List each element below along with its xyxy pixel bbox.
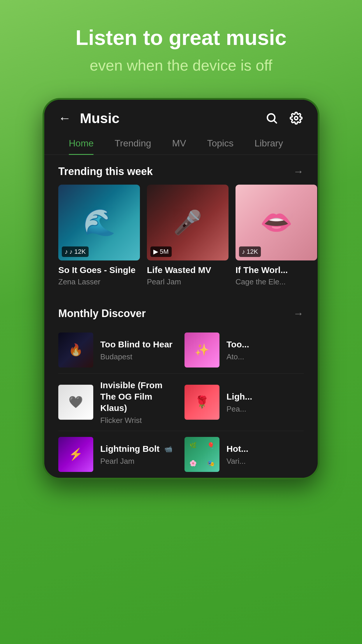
monthly-song-title-1r: Too... (226, 339, 304, 350)
svg-line-1 (274, 121, 277, 123)
monthly-title: Monthly Discover (58, 307, 146, 320)
card-title-1: So It Goes - Single (58, 265, 140, 275)
back-button[interactable]: ← (58, 111, 71, 125)
trending-thumb-3: 👄 ♪ 12K (236, 185, 317, 260)
monthly-row-2: 🖤 Invisible (From The OG Film Klaus) Fli… (58, 374, 304, 431)
monthly-item-3-left[interactable]: ⚡ Lightning Bolt 📹 Pearl Jam (58, 431, 178, 478)
trending-card-2[interactable]: 🎤 ▶ 5M Life Wasted MV Pearl Jam (147, 185, 229, 286)
trending-title: Trending this week (58, 165, 153, 178)
monthly-artist-1: Budapest (100, 352, 178, 361)
tab-home[interactable]: Home (58, 132, 104, 155)
hero-title: Listen to great music (75, 26, 287, 49)
trending-thumb-1: 🌊 ♪♪ 12K (58, 185, 140, 260)
monthly-item-1-right[interactable]: ✨ Too... Ato... (184, 327, 304, 373)
monthly-thumb-1: 🔥 (58, 332, 93, 368)
monthly-thumb-1r: ✨ (184, 332, 219, 368)
top-bar: ← Music (44, 100, 318, 132)
card-artist-1: Zena Lasser (58, 277, 140, 286)
card-artist-2: Pearl Jam (147, 277, 229, 286)
monthly-row-1: 🔥 Too Blind to Hear Budapest ✨ (58, 327, 304, 373)
trending-card-1[interactable]: 🌊 ♪♪ 12K So It Goes - Single Zena Lasser (58, 185, 140, 286)
monthly-artist-2: Flicker Wrist (100, 416, 178, 425)
monthly-info-1r: Too... Ato... (226, 339, 304, 361)
monthly-thumb-3: ⚡ (58, 437, 93, 472)
monthly-song-title-2: Invisible (From The OG Film Klaus) (100, 379, 178, 414)
search-button[interactable] (264, 111, 279, 126)
page-title: Music (80, 110, 264, 126)
top-bar-icons (264, 111, 304, 126)
trending-cards: 🌊 ♪♪ 12K So It Goes - Single Zena Lasser… (44, 185, 318, 297)
monthly-thumb-2r: 🌹 (184, 385, 219, 420)
monthly-thumb-2: 🖤 (58, 385, 93, 420)
monthly-header: Monthly Discover → (44, 297, 318, 327)
trending-thumb-2: 🎤 ▶ 5M (147, 185, 229, 260)
monthly-artist-3r: Vari... (226, 457, 304, 466)
monthly-row-3: ⚡ Lightning Bolt 📹 Pearl Jam (58, 431, 304, 478)
monthly-artist-3: Pearl Jam (100, 457, 178, 466)
monthly-list: 🔥 Too Blind to Hear Budapest ✨ (44, 327, 318, 478)
tab-trending[interactable]: Trending (104, 132, 161, 155)
monthly-song-title-3: Lightning Bolt 📹 (100, 443, 178, 454)
mv-badge-icon: 📹 (164, 445, 172, 453)
trending-card-3[interactable]: 👄 ♪ 12K If The Worl... Cage the Ele... (236, 185, 317, 286)
trending-arrow[interactable]: → (293, 165, 304, 178)
monthly-arrow[interactable]: → (293, 307, 304, 320)
settings-button[interactable] (289, 111, 304, 126)
monthly-info-3: Lightning Bolt 📹 Pearl Jam (100, 443, 178, 466)
tab-bar: Home Trending MV Topics Library (44, 132, 318, 155)
tab-library[interactable]: Library (244, 132, 294, 155)
monthly-item-1-left[interactable]: 🔥 Too Blind to Hear Budapest (58, 327, 178, 373)
monthly-item-3-right[interactable]: 🌿 🎈 🌸 🎭 Hot... Vari... (184, 431, 304, 478)
badge-2: ▶ 5M (150, 246, 172, 257)
monthly-info-2: Invisible (From The OG Film Klaus) Flick… (100, 379, 178, 425)
card-title-2: Life Wasted MV (147, 265, 229, 275)
monthly-song-title-2r: Ligh... (226, 391, 304, 402)
svg-point-2 (295, 117, 298, 120)
tab-topics[interactable]: Topics (196, 132, 244, 155)
trending-header: Trending this week → (44, 155, 318, 185)
monthly-artist-2r: Pea... (226, 405, 304, 414)
phone-screen: ← Music Home (44, 100, 318, 478)
hero-subtitle: even when the device is off (75, 56, 287, 74)
tab-mv[interactable]: MV (161, 132, 196, 155)
badge-1: ♪♪ 12K (62, 246, 89, 257)
monthly-thumb-3r: 🌿 🎈 🌸 🎭 (184, 437, 219, 472)
monthly-info-2r: Ligh... Pea... (226, 391, 304, 414)
monthly-info-3r: Hot... Vari... (226, 443, 304, 466)
card-title-3: If The Worl... (236, 265, 317, 275)
monthly-artist-1r: Ato... (226, 352, 304, 361)
hero-section: Listen to great music even when the devi… (52, 26, 310, 75)
badge-3: ♪ 12K (239, 246, 261, 257)
monthly-info-1: Too Blind to Hear Budapest (100, 339, 178, 361)
monthly-song-title-1: Too Blind to Hear (100, 339, 178, 350)
monthly-item-2-right[interactable]: 🌹 Ligh... Pea... (184, 379, 304, 426)
monthly-song-title-3r: Hot... (226, 443, 304, 454)
monthly-item-2-left[interactable]: 🖤 Invisible (From The OG Film Klaus) Fli… (58, 374, 178, 431)
card-artist-3: Cage the Ele... (236, 277, 317, 286)
phone-frame: ← Music Home (43, 98, 319, 480)
